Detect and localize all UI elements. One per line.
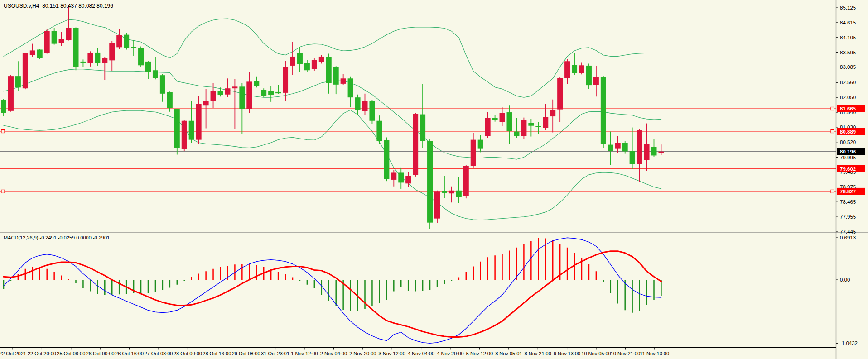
candle-body	[52, 31, 57, 44]
price-level-tag-80889: 80.889	[840, 129, 856, 134]
candle-body	[405, 176, 411, 184]
chart-background	[0, 0, 868, 359]
macd-tick-label: -1.0432	[840, 340, 858, 346]
candle-body	[449, 191, 454, 193]
macd-tick-label: 0.6913	[840, 235, 856, 240]
candle-body	[218, 91, 223, 95]
candle-body	[637, 130, 642, 164]
candle-body	[528, 123, 534, 126]
candle-body	[37, 49, 43, 58]
candle-body	[239, 86, 245, 109]
price-level-handle[interactable]	[1, 130, 5, 133]
candle-body	[601, 77, 606, 144]
candle-body	[492, 118, 498, 120]
candle-body	[485, 118, 491, 136]
price-tick-label: 82.050	[840, 95, 856, 100]
price-tick-label: 84.105	[840, 35, 856, 40]
candle-body	[535, 126, 541, 127]
time-tick-label: 2 Nov 20:00	[349, 351, 376, 356]
candle-body	[283, 67, 288, 93]
symbol-ohlc-overlay: USOUSD.v,H4 80.151 80.437 80.082 80.196	[4, 3, 113, 9]
candle-body	[196, 104, 202, 140]
time-tick-label: 26 Oct 00:00	[86, 351, 115, 356]
time-tick-label: 29 Oct 08:00	[232, 351, 260, 356]
candle-body	[658, 152, 664, 153]
candle-body	[290, 57, 295, 66]
time-tick-label: 31 Oct 23:01	[261, 351, 289, 356]
time-tick-label: 26 Oct 16:00	[115, 351, 144, 356]
candle-body	[275, 92, 281, 93]
candle-body	[362, 101, 368, 111]
candle-body	[500, 113, 505, 122]
candle-body	[391, 172, 396, 179]
candle-body	[73, 28, 79, 67]
candle-body	[593, 77, 599, 85]
candle-body	[384, 140, 389, 179]
chart-canvas[interactable]: 85.12584.61584.10583.59583.08582.56082.0…	[0, 0, 868, 359]
macd-tick-label: 0.00	[840, 277, 850, 282]
candle-body	[174, 109, 180, 148]
candle-body	[203, 101, 209, 106]
price-tick-label: 77.955	[840, 214, 856, 220]
trading-chart-window: 85.12584.61584.10583.59583.08582.56082.0…	[0, 0, 868, 359]
candle-body	[442, 191, 447, 193]
candle-body	[8, 76, 14, 111]
price-level-tag-78827: 78.827	[840, 189, 856, 194]
candle-body	[116, 35, 122, 47]
price-level-handle[interactable]	[831, 107, 834, 110]
candle-body	[15, 76, 21, 87]
time-tick-label: 10 Nov 21:00	[611, 351, 640, 356]
candle-body	[189, 121, 194, 140]
price-tick-label: 85.125	[840, 5, 856, 10]
time-tick-label: 2 Nov 04:00	[320, 351, 347, 356]
candle-body	[131, 47, 136, 48]
candle-body	[543, 117, 548, 128]
time-tick-label: 28 Oct 16:00	[203, 351, 231, 356]
candle-body	[268, 91, 274, 95]
candle-body	[456, 191, 462, 197]
time-tick-label: 9 Nov 13:00	[554, 351, 580, 356]
candle-body	[622, 143, 628, 151]
candle-body	[630, 151, 635, 164]
candle-body	[369, 101, 375, 121]
price-tick-label: 82.560	[840, 80, 856, 85]
candle-body	[651, 147, 657, 156]
time-tick-label: 10 Nov 05:00	[581, 351, 611, 356]
price-tick-label: 77.445	[840, 229, 856, 235]
time-tick-label: 4 Nov 04:00	[408, 351, 434, 356]
candle-body	[145, 62, 151, 72]
candle-body	[427, 141, 433, 223]
candle-body	[514, 132, 519, 136]
candle-body	[376, 121, 382, 141]
candle-body	[355, 97, 361, 110]
candle-body	[66, 28, 72, 40]
candle-body	[80, 62, 86, 63]
price-level-handle[interactable]	[831, 190, 834, 193]
candle-body	[463, 166, 469, 196]
price-level-handle[interactable]	[1, 190, 5, 193]
price-level-handle[interactable]	[831, 130, 834, 133]
candle-body	[102, 58, 107, 63]
price-tick-label: 80.520	[840, 139, 856, 145]
current-price-tag: 80.196	[840, 149, 856, 154]
candle-body	[478, 140, 483, 149]
time-tick-label: 1 Nov 12:00	[291, 351, 318, 356]
time-tick-label: 22 Oct 20:00	[28, 351, 56, 356]
candle-body	[471, 140, 476, 166]
candle-body	[87, 53, 93, 63]
candle-body	[254, 81, 259, 86]
candle-body	[348, 78, 353, 97]
price-tick-label: 79.995	[840, 155, 856, 160]
candle-body	[167, 92, 173, 108]
candle-body	[138, 48, 144, 66]
candle-body	[586, 66, 592, 85]
candle-body	[319, 57, 324, 62]
candle-body	[225, 88, 230, 95]
candle-body	[232, 86, 237, 88]
price-tick-label: 83.085	[840, 64, 856, 70]
candle-body	[23, 53, 28, 88]
candle-body	[521, 120, 526, 136]
candle-body	[507, 112, 512, 131]
candle-body	[297, 53, 303, 64]
time-tick-label: 8 Nov 21:00	[525, 351, 551, 356]
